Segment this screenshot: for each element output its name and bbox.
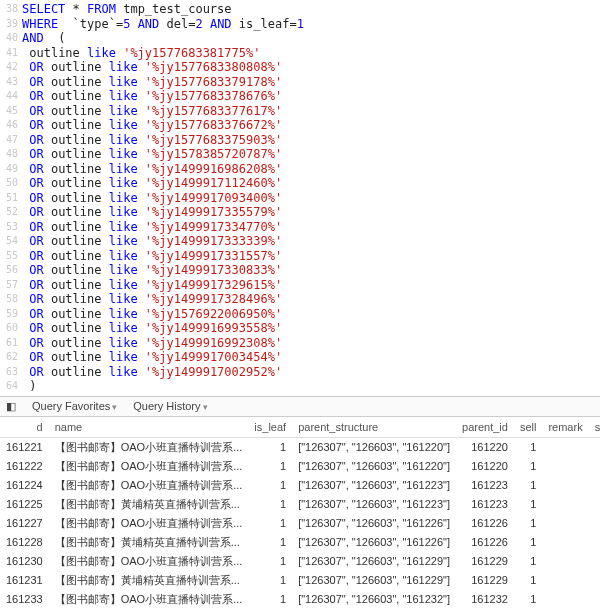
table-row[interactable]: 161225【图书邮寄】黃埔精英直播特训营系...1["126307", "12… — [0, 495, 600, 514]
cell[interactable]: 1 — [514, 571, 543, 590]
cell[interactable] — [542, 571, 588, 590]
query-history-button[interactable]: Query History▾ — [133, 400, 207, 412]
cell[interactable]: 161220 — [456, 457, 514, 476]
table-row[interactable]: 161227【图书邮寄】OAO小班直播特训营系...1["126307", "1… — [0, 514, 600, 533]
query-favorites-button[interactable]: Query Favorites▾ — [32, 400, 117, 412]
cell[interactable]: 【图书邮寄】OAO小班直播特训营系... — [49, 476, 249, 495]
column-header[interactable]: parent_structure — [292, 417, 456, 438]
cell[interactable]: 2 — [589, 437, 600, 457]
table-row[interactable]: 161231【图书邮寄】黃埔精英直播特训营系...1["126307", "12… — [0, 571, 600, 590]
cell[interactable]: 1 — [248, 533, 292, 552]
code-content[interactable]: OR outline like '%jy1577683376672%' — [22, 118, 600, 133]
cell[interactable]: 2 — [589, 590, 600, 609]
cell[interactable]: 【图书邮寄】OAO小班直播特训营系... — [49, 514, 249, 533]
editor-line[interactable]: 61 OR outline like '%jy1499916992308%' — [0, 336, 600, 351]
cell[interactable]: ["126307", "126603", "161223"] — [292, 495, 456, 514]
cell[interactable]: 161223 — [456, 495, 514, 514]
editor-line[interactable]: 48 OR outline like '%jy1578385720787%' — [0, 147, 600, 162]
table-row[interactable]: 161233【图书邮寄】OAO小班直播特训营系...1["126307", "1… — [0, 590, 600, 609]
cell[interactable]: 161223 — [456, 476, 514, 495]
cell[interactable]: 1 — [248, 571, 292, 590]
cell[interactable]: 1 — [514, 476, 543, 495]
code-content[interactable]: OR outline like '%jy1499917333339%' — [22, 234, 600, 249]
editor-line[interactable]: 56 OR outline like '%jy1499917330833%' — [0, 263, 600, 278]
editor-line[interactable]: 57 OR outline like '%jy1499917329615%' — [0, 278, 600, 293]
code-content[interactable]: OR outline like '%jy1577683379178%' — [22, 75, 600, 90]
code-content[interactable]: outline like '%jy1577683381775%' — [22, 46, 600, 61]
code-content[interactable]: OR outline like '%jy1576922006950%' — [22, 307, 600, 322]
editor-line[interactable]: 58 OR outline like '%jy1499917328496%' — [0, 292, 600, 307]
cell[interactable]: 161220 — [456, 437, 514, 457]
editor-line[interactable]: 51 OR outline like '%jy1499917093400%' — [0, 191, 600, 206]
cell[interactable]: 161225 — [0, 495, 49, 514]
editor-line[interactable]: 59 OR outline like '%jy1576922006950%' — [0, 307, 600, 322]
cell[interactable]: 1 — [514, 514, 543, 533]
cell[interactable]: 1 — [514, 457, 543, 476]
table-row[interactable]: 161224【图书邮寄】OAO小班直播特训营系...1["126307", "1… — [0, 476, 600, 495]
cell[interactable]: ["126307", "126603", "161229"] — [292, 571, 456, 590]
editor-line[interactable]: 42 OR outline like '%jy1577683380808%' — [0, 60, 600, 75]
cell[interactable]: 161221 — [0, 437, 49, 457]
cell[interactable] — [542, 590, 588, 609]
code-content[interactable]: ) — [22, 379, 600, 394]
cell[interactable]: 【图书邮寄】黃埔精英直播特训营系... — [49, 533, 249, 552]
cell[interactable]: 161226 — [456, 533, 514, 552]
editor-line[interactable]: 64 ) — [0, 379, 600, 394]
cell[interactable]: 161226 — [456, 514, 514, 533]
editor-line[interactable]: 62 OR outline like '%jy1499917003454%' — [0, 350, 600, 365]
code-content[interactable]: OR outline like '%jy1499917331557%' — [22, 249, 600, 264]
code-content[interactable]: SELECT * FROM tmp_test_course — [22, 2, 600, 17]
cell[interactable]: 1 — [248, 552, 292, 571]
code-content[interactable]: WHERE `type`=5 AND del=2 AND is_leaf=1 — [22, 17, 600, 32]
cell[interactable]: 1 — [514, 437, 543, 457]
code-content[interactable]: OR outline like '%jy1499917334770%' — [22, 220, 600, 235]
code-content[interactable]: OR outline like '%jy1499917003454%' — [22, 350, 600, 365]
editor-line[interactable]: 46 OR outline like '%jy1577683376672%' — [0, 118, 600, 133]
sql-editor[interactable]: 38SELECT * FROM tmp_test_course39WHERE `… — [0, 0, 600, 396]
editor-line[interactable]: 45 OR outline like '%jy1577683377617%' — [0, 104, 600, 119]
cell[interactable]: 2 — [589, 495, 600, 514]
cell[interactable]: 1 — [248, 437, 292, 457]
cell[interactable]: 161222 — [0, 457, 49, 476]
cell[interactable]: 1 — [514, 533, 543, 552]
cell[interactable]: ["126307", "126603", "161226"] — [292, 514, 456, 533]
editor-line[interactable]: 39WHERE `type`=5 AND del=2 AND is_leaf=1 — [0, 17, 600, 32]
cell[interactable]: 【图书邮寄】OAO小班直播特训营系... — [49, 552, 249, 571]
cell[interactable] — [542, 552, 588, 571]
cell[interactable]: ["126307", "126603", "161226"] — [292, 533, 456, 552]
results-grid-wrap[interactable]: dnameis_leafparent_structureparent_idsel… — [0, 417, 600, 612]
cell[interactable] — [542, 514, 588, 533]
code-content[interactable]: OR outline like '%jy1499916993558%' — [22, 321, 600, 336]
editor-line[interactable]: 50 OR outline like '%jy1499917112460%' — [0, 176, 600, 191]
cell[interactable]: 161230 — [0, 552, 49, 571]
code-content[interactable]: OR outline like '%jy1577683375903%' — [22, 133, 600, 148]
editor-line[interactable]: 38SELECT * FROM tmp_test_course — [0, 2, 600, 17]
cell[interactable]: 1 — [248, 590, 292, 609]
table-row[interactable]: 161222【图书邮寄】OAO小班直播特训营系...1["126307", "1… — [0, 457, 600, 476]
cell[interactable]: 2 — [589, 533, 600, 552]
editor-line[interactable]: 41 outline like '%jy1577683381775%' — [0, 46, 600, 61]
cell[interactable]: 161228 — [0, 533, 49, 552]
cell[interactable]: ["126307", "126603", "161232"] — [292, 590, 456, 609]
code-content[interactable]: OR outline like '%jy1499917112460%' — [22, 176, 600, 191]
cell[interactable]: 1 — [514, 552, 543, 571]
cell[interactable]: 1 — [248, 457, 292, 476]
column-header[interactable]: sell — [514, 417, 543, 438]
editor-line[interactable]: 63 OR outline like '%jy1499917002952%' — [0, 365, 600, 380]
cell[interactable]: 【图书邮寄】OAO小班直播特训营系... — [49, 590, 249, 609]
code-content[interactable]: OR outline like '%jy1499916992308%' — [22, 336, 600, 351]
column-header[interactable]: is_leaf — [248, 417, 292, 438]
cell[interactable] — [542, 533, 588, 552]
editor-line[interactable]: 60 OR outline like '%jy1499916993558%' — [0, 321, 600, 336]
code-content[interactable]: OR outline like '%jy1578385720787%' — [22, 147, 600, 162]
editor-line[interactable]: 52 OR outline like '%jy1499917335579%' — [0, 205, 600, 220]
code-content[interactable]: AND ( — [22, 31, 600, 46]
column-header[interactable]: remark — [542, 417, 588, 438]
cell[interactable]: 161229 — [456, 552, 514, 571]
cell[interactable]: ["126307", "126603", "161223"] — [292, 476, 456, 495]
results-grid[interactable]: dnameis_leafparent_structureparent_idsel… — [0, 417, 600, 612]
cell[interactable]: ["126307", "126603", "161229"] — [292, 552, 456, 571]
cell[interactable]: 161233 — [0, 590, 49, 609]
column-header[interactable]: parent_id — [456, 417, 514, 438]
code-content[interactable]: OR outline like '%jy1499916986208%' — [22, 162, 600, 177]
